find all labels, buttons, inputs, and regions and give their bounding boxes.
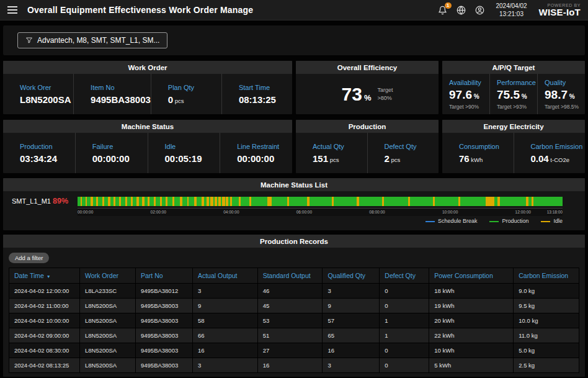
metric-cell: Defect Qty2 pcs [368,133,439,173]
metric-value: 0.04 t-CO2e [531,153,586,164]
funnel-icon [25,37,33,44]
energy-card: Energy Electricity Consumption76 kWhCarb… [442,120,585,173]
axis-tick: 08:00:00 [369,210,385,214]
column-header[interactable]: Carbon Emission [514,268,579,284]
metric-label: Production [20,143,75,150]
idle-segment [526,197,529,206]
brand-name: WISE-IoT [539,7,581,17]
column-header[interactable]: Date Time▼ [9,268,80,284]
idle-segment [433,197,435,206]
table-row[interactable]: 2024-04-02 08:30:00L8N5200SA9495BA380031… [9,343,579,358]
metric-label: Carbon Emission [531,143,586,150]
metric-cell: Start Time08:13:25 [222,74,292,114]
target-label: Target [377,87,393,93]
idle-segment [91,197,93,206]
apq-value: 98.7 % [545,88,585,102]
table-row[interactable]: 2024-04-02 08:13:25L8N5200SA9495BA380033… [9,358,579,373]
page-title: Overall Equipment Effectiveness Work Ord… [27,5,253,15]
table-cell: 2024-04-02 12:00:00 [9,284,80,299]
date-text: 2024/04/02 [496,2,527,10]
legend-swatch [541,221,550,222]
table-cell: L8N5200SA [79,328,135,343]
column-header[interactable]: Qualified Qty [323,268,380,284]
idle-segment [230,197,232,206]
column-header[interactable]: Standard Output [257,268,323,284]
machine-status-timeline[interactable] [78,197,563,206]
idle-segment [119,197,121,206]
idle-segment [249,197,251,206]
idle-segment [357,197,359,206]
table-row[interactable]: 2024-04-02 10:00:00L8N5200SA9495BA380035… [9,313,579,328]
idle-segment [267,197,272,206]
menu-icon[interactable] [7,6,17,14]
apq-label: Availability [449,79,489,86]
idle-segment [458,197,460,206]
idle-segment [102,197,104,206]
energy-title: Energy Electricity [442,120,585,133]
column-header[interactable]: Power Consumption [429,268,514,284]
metric-value: 2 pcs [385,153,439,164]
legend-item: Schedule Break [425,218,478,224]
metric-value: L8N5200SA [20,94,73,105]
metric-unit: pcs [173,97,184,104]
table-cell: 9.5 kg [514,299,579,313]
add-filter-button[interactable]: Add a filter [9,253,49,263]
filter-chip[interactable]: Advantech, M8, SMT, SMT_L1, SM... [17,32,167,48]
table-cell: 16 [323,343,380,358]
apq-target-body: Availability97.6 %Target >90%Performance… [442,74,585,114]
column-header[interactable]: Work Order [79,268,135,284]
idle-segment [532,197,533,206]
idle-segment [160,197,163,206]
machine-status-list-card: Machine Status List SMT_L1_M1 89% 00:00:… [3,178,585,230]
machine-status-list-title: Machine Status List [3,178,585,191]
table-cell: 0 [380,299,429,313]
table-row[interactable]: 2024-04-02 11:00:00L8N5200SA9495BA380039… [9,299,579,313]
metric-unit: t-CO2e [549,156,569,163]
axis-tick: 13:18:00 [547,210,563,214]
metric-value: 00:05:19 [165,153,220,164]
metric-label: Defect Qty [385,143,439,150]
table-cell: 9495BA38003 [136,358,193,373]
metric-label: Failure [92,143,148,150]
table-cell: 16 [257,358,323,373]
table-cell: 2024-04-02 11:00:00 [9,299,80,313]
legend-label: Production [502,218,528,224]
metric-cell: Production03:34:24 [3,133,76,173]
language-button[interactable] [457,6,466,15]
table-cell: 9495BA38003 [136,299,193,313]
idle-segment [114,197,115,206]
work-order-body: Work OrerL8N5200SAItem No9495BA38003Plan… [3,74,292,114]
idle-segment [408,197,410,206]
table-cell: 9495BA38003 [136,313,193,328]
table-cell: 9495BA38003 [136,343,193,358]
apq-target-text: Target >90% [449,104,489,110]
account-button[interactable] [475,6,484,15]
overall-efficiency-target: Target >80% [377,86,393,102]
notifications-button[interactable]: 1 [438,6,447,15]
overall-efficiency-value: 73 [342,84,362,104]
table-cell: 2024-04-02 08:13:25 [9,358,80,373]
apq-metric: Availability97.6 %Target >90% [442,74,490,114]
machine-status-body: Production03:34:24Failure00:00:00Idle00:… [3,133,292,173]
overall-efficiency-unit: % [364,93,372,102]
table-cell: 1 [380,328,429,343]
table-cell: 53 [257,313,323,328]
table-row[interactable]: 2024-04-02 09:00:00L8N5200SA9495BA380036… [9,328,579,343]
production-records-title: Production Records [3,235,585,248]
column-header[interactable]: Actual Output [192,268,257,284]
apq-label: Quality [545,79,585,86]
column-header[interactable]: Part No [136,268,193,284]
table-cell: 58 [192,313,257,328]
table-cell: 9 [192,299,257,313]
production-records-table: Date Time▼Work OrderPart NoActual Output… [9,268,579,373]
table-cell: 9.0 kg [514,284,579,299]
idle-segment [207,197,209,206]
table-cell: 10 kWh [429,343,514,358]
metric-cell: Item No9495BA38003 [74,74,151,114]
table-cell: L8LA233SC [79,284,135,299]
table-row[interactable]: 2024-04-02 12:00:00L8LA233SC9495BA380123… [9,284,579,299]
work-order-card: Work Order Work OrerL8N5200SAItem No9495… [3,61,292,114]
machine-efficiency-percent: 89% [53,197,78,205]
account-icon [475,6,484,15]
column-header[interactable]: Defect Qty [380,268,429,284]
